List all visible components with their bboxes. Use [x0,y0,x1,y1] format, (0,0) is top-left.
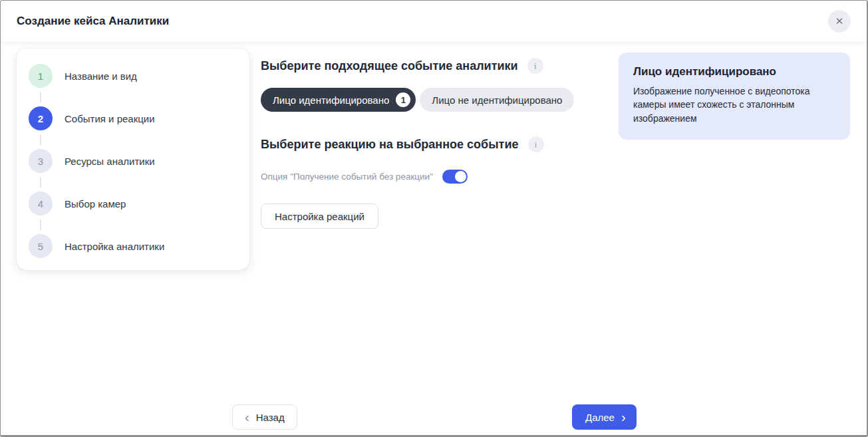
back-button[interactable]: ‹ Назад [232,404,297,430]
chevron-left-icon: ‹ [245,410,249,424]
step-number-badge: 5 [29,234,53,258]
stepper-item-analytics-settings[interactable]: 5 Настройка аналитики [29,234,249,258]
dialog-title: Создание кейса Аналитики [17,15,169,28]
stepper-item-name-and-type[interactable]: 1 Название и вид [29,64,249,88]
step-number-badge: 1 [29,64,53,88]
event-info-card: Лицо идентифицировано Изображение получе… [619,53,850,140]
next-button-label: Далее [585,412,615,423]
event-chips-row: Лицо идентифицировано 1 Лицо не идентифи… [261,88,593,112]
step-label: События и реакции [65,113,155,124]
no-reaction-toggle-row: Опция "Получение событий без реакции" [261,169,593,184]
close-button[interactable]: ✕ [828,10,851,33]
chevron-right-icon: › [621,410,626,424]
dialog-header: Создание кейса Аналитики ✕ [1,1,867,42]
reaction-section-header: Выберите реакцию на выбранное событие i [261,136,593,152]
event-section-header: Выберите подходящее событие аналитики i [261,58,593,74]
info-card-description: Изображение полученное с видеопотока кам… [633,84,835,125]
stepper-item-analytics-resources[interactable]: 3 Ресурсы аналитики [29,149,249,173]
chip-count-badge: 1 [396,92,410,107]
stepper-item-events-and-reactions[interactable]: 2 События и реакции [29,106,249,130]
step-label: Настройка аналитики [65,241,164,252]
info-icon[interactable]: i [527,58,543,74]
chip-label: Лицо не идентифицировано [432,94,562,106]
reaction-section-title: Выберите реакцию на выбранное событие [261,138,519,152]
info-icon[interactable]: i [528,136,544,152]
back-button-label: Назад [256,412,285,423]
event-section-title: Выберите подходящее событие аналитики [261,59,518,73]
chip-face-not-identified[interactable]: Лицо не идентифицировано [420,88,574,112]
step-label: Ресурсы аналитики [65,156,155,167]
step-label: Выбор камер [65,198,126,210]
step-number-badge: 2 [29,106,53,130]
chip-label: Лицо идентифицировано [273,94,389,106]
info-card-title: Лицо идентифицировано [633,65,835,78]
step-number-badge: 3 [29,149,53,173]
step-number-badge: 4 [29,192,53,216]
close-icon: ✕ [835,15,844,27]
toggle-knob [455,171,466,182]
toggle-label: Опция "Получение событий без реакции" [261,172,433,182]
reaction-settings-button[interactable]: Настройка реакций [261,204,378,229]
stepper-item-camera-selection[interactable]: 4 Выбор камер [29,192,249,216]
no-reaction-toggle[interactable] [442,170,468,184]
chip-face-identified[interactable]: Лицо идентифицировано 1 [261,88,416,112]
create-analytics-case-dialog: Создание кейса Аналитики ✕ 1 Название и … [0,0,868,437]
main-content: Выберите подходящее событие аналитики i … [261,58,593,229]
stepper-panel: 1 Название и вид 2 События и реакции 3 Р… [17,49,249,270]
step-label: Название и вид [65,71,137,82]
next-button[interactable]: Далее › [572,404,637,430]
